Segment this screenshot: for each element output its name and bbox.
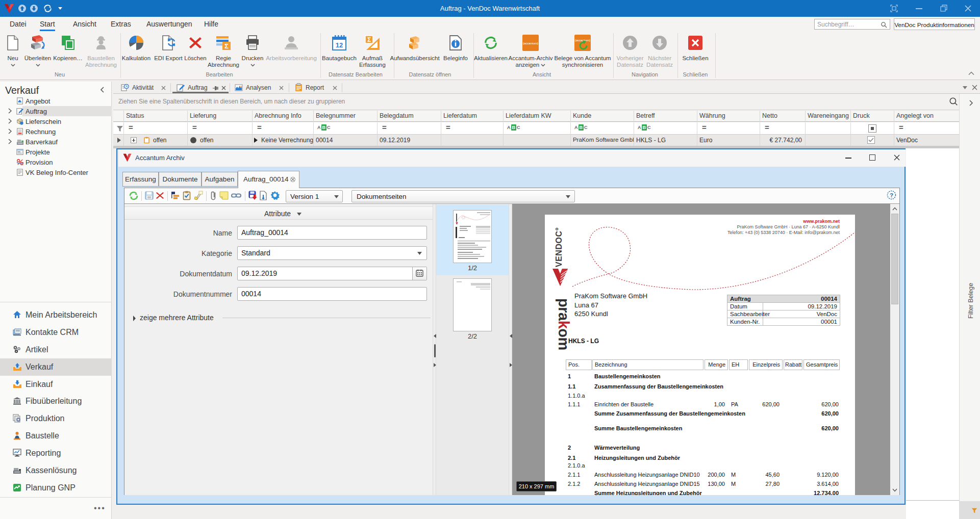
svg-text:?: ?	[890, 192, 893, 198]
svg-text:{accantum}: {accantum}	[575, 39, 590, 42]
svg-text:Σ: Σ	[367, 36, 371, 43]
svg-text:{accantum}: {accantum}	[523, 42, 538, 45]
svg-text:Σ: Σ	[224, 42, 229, 50]
svg-text:12: 12	[336, 41, 343, 49]
